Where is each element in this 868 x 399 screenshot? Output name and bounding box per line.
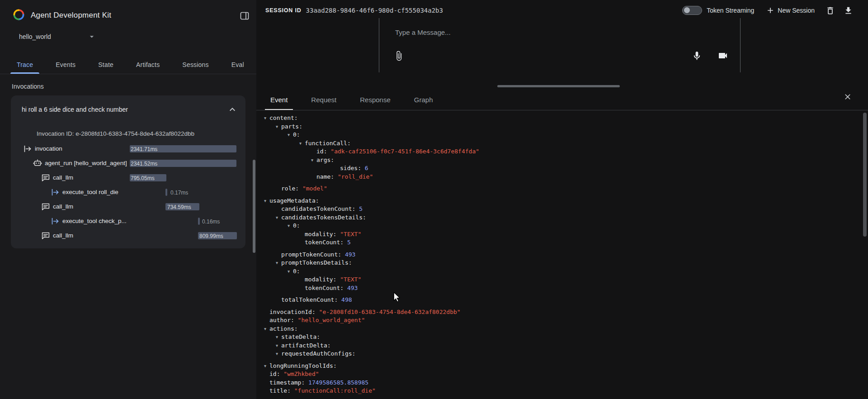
export-session-icon[interactable] <box>843 5 854 16</box>
detail-tab-event[interactable]: Event <box>259 90 299 110</box>
maps-to-icon <box>51 188 60 197</box>
sidebar-tab-eval[interactable]: Eval <box>222 55 253 74</box>
token-streaming-label: Token Streaming <box>707 7 754 14</box>
message-input-placeholder: Type a Message... <box>395 28 451 36</box>
collapse-toggle-icon[interactable]: ▼ <box>288 267 293 276</box>
json-key[interactable]: candidatesTokensDetails: <box>281 214 366 222</box>
json-line: ▼content: <box>259 114 862 123</box>
plus-icon <box>766 6 775 15</box>
json-value: "roll_die" <box>334 173 373 181</box>
trace-row-call_llm[interactable]: call_llm795.05ms <box>11 171 245 185</box>
microphone-icon[interactable] <box>691 50 703 62</box>
json-key: tokenCount: <box>305 238 344 247</box>
json-line: name: "roll_die" <box>259 173 862 181</box>
json-line: tokenCount: 5 <box>259 238 862 247</box>
json-key[interactable]: longRunningToolIds: <box>269 362 337 370</box>
json-key[interactable]: promptTokensDetails: <box>281 259 352 267</box>
json-key: modality: <box>305 276 336 284</box>
json-value: 1749586585.858985 <box>305 379 368 387</box>
json-key[interactable]: 0: <box>293 222 300 230</box>
sidebar: Agent Development Kit hello_world TraceE… <box>0 0 256 399</box>
json-key[interactable]: 0: <box>293 267 300 276</box>
event-json-viewer: ▼content:▼parts:▼0:▼functionCall:id: "ad… <box>259 114 862 399</box>
trace-row-execute_tool[interactable]: execute_tool check_p...0.16ms <box>11 214 245 228</box>
detail-tab-request[interactable]: Request <box>299 90 348 110</box>
collapse-toggle-icon[interactable]: ▼ <box>288 222 293 230</box>
json-key[interactable]: parts: <box>281 123 302 131</box>
collapse-toggle-icon[interactable]: ▼ <box>276 259 281 267</box>
trace-duration: 734.59ms <box>167 204 191 210</box>
adk-web-app: Agent Development Kit hello_world TraceE… <box>0 0 868 399</box>
collapse-toggle-icon[interactable]: ▼ <box>264 114 269 123</box>
json-key[interactable]: artifactDelta: <box>281 342 331 350</box>
collapse-toggle-icon[interactable]: ▼ <box>299 139 305 148</box>
json-key[interactable]: functionCall: <box>305 139 351 148</box>
json-line: timestamp: 1749586585.858985 <box>259 379 862 387</box>
json-line: ▼actions: <box>259 325 862 333</box>
invocations-section-label: Invocations <box>12 83 44 90</box>
sidebar-header: Agent Development Kit <box>0 0 256 27</box>
collapse-toggle-icon[interactable]: ▼ <box>276 333 281 342</box>
agent-select-dropdown[interactable]: hello_world <box>11 29 99 44</box>
trace-duration: 2341.71ms <box>131 146 157 152</box>
chevron-up-icon[interactable] <box>227 104 238 115</box>
collapse-toggle-icon[interactable]: ▼ <box>311 156 316 165</box>
sidebar-tab-trace[interactable]: Trace <box>8 55 42 74</box>
collapse-toggle-icon[interactable]: ▼ <box>276 342 281 350</box>
collapse-toggle-icon[interactable]: ▼ <box>264 325 269 333</box>
trace-row-call_llm[interactable]: call_llm734.59ms <box>11 200 245 214</box>
sidebar-tab-state[interactable]: State <box>89 55 123 74</box>
toggle-knob <box>684 7 690 13</box>
json-line: candidatesTokenCount: 5 <box>259 205 862 214</box>
json-key[interactable]: requestedAuthConfigs: <box>281 350 355 358</box>
vertical-scrollbar[interactable] <box>863 113 867 237</box>
new-session-button[interactable]: New Session <box>766 6 815 15</box>
detail-tab-graph[interactable]: Graph <box>402 90 445 110</box>
adk-logo-icon <box>13 9 25 21</box>
attach-file-icon[interactable] <box>393 50 405 62</box>
json-line: role: "model" <box>259 185 862 193</box>
delete-session-icon[interactable] <box>825 5 835 16</box>
json-key: title: <box>269 387 291 395</box>
token-streaming-toggle[interactable] <box>682 6 702 15</box>
horizontal-scrollbar[interactable] <box>497 85 620 87</box>
trace-span-label: agent_run [hello_world_agent] <box>45 160 127 166</box>
chat-icon <box>41 173 50 182</box>
collapse-toggle-icon[interactable]: ▼ <box>288 131 293 139</box>
json-key[interactable]: stateDelta: <box>281 333 320 342</box>
collapse-toggle-icon[interactable]: ▼ <box>276 123 281 131</box>
sidebar-scrollbar[interactable] <box>253 160 255 253</box>
invocation-id: Invocation ID: e-2808fd10-6383-4754-8de4… <box>11 123 245 142</box>
collapse-toggle-icon[interactable]: ▼ <box>276 350 281 358</box>
trace-row-execute_tool[interactable]: execute_tool roll_die0.17ms <box>11 185 245 200</box>
collapse-toggle-icon[interactable]: ▼ <box>264 362 269 370</box>
json-value: 6 <box>361 164 368 173</box>
trace-row-invocation[interactable]: invocation2341.71ms <box>11 142 245 156</box>
sidebar-tab-sessions[interactable]: Sessions <box>173 55 217 74</box>
sidebar-tab-events[interactable]: Events <box>47 55 85 74</box>
robot-icon <box>33 159 42 168</box>
chat-area <box>256 18 868 72</box>
close-detail-icon[interactable] <box>843 92 853 102</box>
trace-span-label: call_llm <box>53 174 73 181</box>
collapse-toggle-icon[interactable]: ▼ <box>264 197 269 205</box>
chat-icon <box>41 231 50 240</box>
json-key[interactable]: content: <box>269 114 298 123</box>
detail-tab-response[interactable]: Response <box>348 90 402 110</box>
invocation-card-header[interactable]: hi roll a 6 side dice and check number <box>11 95 245 123</box>
trace-row-agent_run[interactable]: agent_run [hello_world_agent]2341.52ms <box>11 156 245 171</box>
json-key[interactable]: usageMetadata: <box>269 197 319 205</box>
collapse-toggle-icon[interactable]: ▼ <box>276 214 281 222</box>
json-line: id: "wmZhkbed" <box>259 370 862 379</box>
json-line: ▼artifactDelta: <box>259 342 862 350</box>
sidebar-tab-artifacts[interactable]: Artifacts <box>127 55 169 74</box>
json-key[interactable]: actions: <box>269 325 298 333</box>
trace-span-label: execute_tool roll_die <box>62 189 118 195</box>
json-key[interactable]: args: <box>316 156 334 165</box>
trace-span-label: call_llm <box>53 203 73 210</box>
trace-row-call_llm[interactable]: call_llm809.99ms <box>11 228 245 243</box>
videocam-icon[interactable] <box>717 50 729 62</box>
message-input[interactable] <box>379 18 741 72</box>
collapse-sidebar-icon[interactable] <box>239 10 250 22</box>
json-key[interactable]: 0: <box>293 131 300 139</box>
